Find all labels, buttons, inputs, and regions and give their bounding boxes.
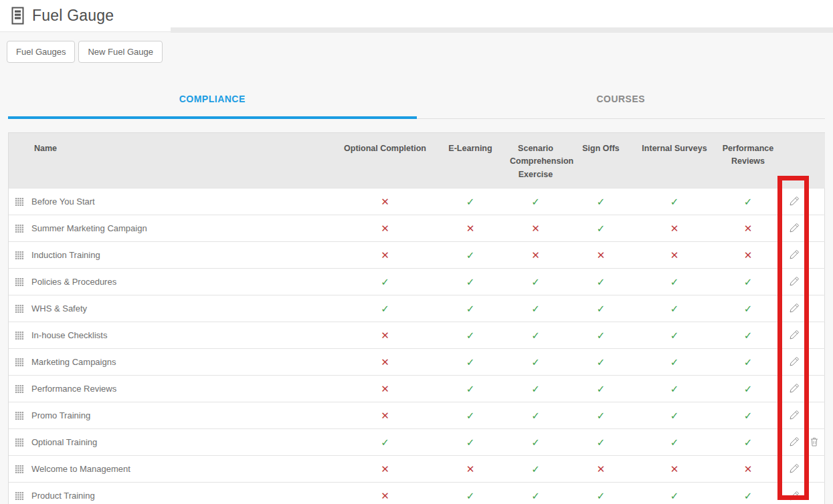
edit-cell (785, 322, 804, 349)
status-check-icon: ✓ (434, 322, 507, 349)
status-check-icon: ✓ (711, 295, 785, 322)
status-cross-icon: ✕ (638, 242, 711, 269)
status-cross-icon: ✕ (337, 402, 434, 429)
drag-handle-icon[interactable] (15, 332, 23, 340)
row-name-cell: Summer Marketing Campaign (9, 215, 337, 242)
page-title: Fuel Gauge (32, 7, 114, 25)
drag-handle-icon[interactable] (15, 465, 23, 473)
status-check-icon: ✓ (638, 349, 711, 376)
drag-handle-icon[interactable] (15, 358, 23, 366)
status-check-icon: ✓ (507, 376, 564, 402)
status-cross-icon: ✕ (337, 349, 434, 376)
edit-cell (785, 215, 804, 242)
tab-courses[interactable]: COURSES (417, 87, 826, 119)
status-cross-icon: ✕ (434, 456, 507, 483)
status-check-icon: ✓ (711, 349, 785, 376)
status-check-icon: ✓ (507, 188, 564, 215)
status-cross-icon: ✕ (564, 456, 638, 483)
edit-cell (785, 402, 804, 429)
row-name: Before You Start (31, 197, 95, 207)
table-row: Welcome to Management ✕✕✓✕✕✕ (9, 456, 825, 483)
status-cross-icon: ✕ (337, 456, 434, 483)
status-check-icon: ✓ (564, 269, 638, 295)
status-check-icon: ✓ (711, 322, 785, 349)
edit-pencil-icon[interactable] (788, 355, 801, 368)
drag-handle-icon[interactable] (15, 225, 23, 233)
table-row: In-house Checklists ✕✓✓✓✓✓ (9, 322, 825, 349)
row-name: Performance Reviews (31, 384, 116, 394)
status-cross-icon: ✕ (564, 242, 638, 269)
status-check-icon: ✓ (711, 188, 785, 215)
row-name-cell: Performance Reviews (9, 376, 337, 402)
row-name: Product Training (31, 491, 95, 501)
delete-cell (804, 376, 825, 402)
table-row: Before You Start ✕✓✓✓✓✓ (9, 188, 825, 215)
delete-trash-icon[interactable] (808, 435, 821, 449)
status-check-icon: ✓ (638, 429, 711, 456)
edit-cell (785, 456, 804, 483)
status-check-icon: ✓ (434, 269, 507, 295)
delete-cell (804, 242, 825, 269)
tab-bar: COMPLIANCE COURSES (8, 87, 825, 119)
status-cross-icon: ✕ (337, 376, 434, 402)
delete-cell (804, 429, 825, 456)
delete-cell (804, 269, 825, 295)
table-row: WHS & Safety ✓✓✓✓✓✓ (9, 295, 825, 322)
drag-handle-icon[interactable] (15, 492, 23, 500)
edit-pencil-icon[interactable] (788, 382, 801, 395)
drag-handle-icon[interactable] (15, 412, 23, 420)
column-header-internal-surveys: Internal Surveys (638, 133, 711, 188)
column-header-optional-completion: Optional Completion (337, 133, 434, 188)
column-header-edit (785, 133, 804, 188)
edit-pencil-icon[interactable] (788, 408, 801, 422)
column-header-e-learning: E-Learning (434, 133, 507, 188)
edit-pencil-icon[interactable] (788, 301, 801, 315)
edit-pencil-icon[interactable] (788, 195, 801, 208)
drag-handle-icon[interactable] (15, 305, 23, 313)
status-check-icon: ✓ (434, 349, 507, 376)
row-name-cell: Policies & Procedures (9, 269, 337, 295)
row-name: Welcome to Management (31, 464, 130, 474)
status-check-icon: ✓ (507, 349, 564, 376)
status-cross-icon: ✕ (337, 215, 434, 242)
edit-pencil-icon[interactable] (788, 462, 801, 475)
column-header-performance-reviews: Performance Reviews (711, 133, 785, 188)
edit-pencil-icon[interactable] (788, 435, 801, 449)
status-check-icon: ✓ (564, 215, 638, 242)
status-check-icon: ✓ (711, 402, 785, 429)
edit-cell (785, 295, 804, 322)
drag-handle-icon[interactable] (15, 438, 23, 447)
status-check-icon: ✓ (638, 483, 711, 504)
status-check-icon: ✓ (337, 269, 434, 295)
delete-cell (804, 349, 825, 376)
edit-pencil-icon[interactable] (788, 275, 801, 288)
column-header-sign-offs: Sign Offs (564, 133, 638, 188)
status-check-icon: ✓ (507, 269, 564, 295)
status-check-icon: ✓ (434, 376, 507, 402)
drag-handle-icon[interactable] (15, 278, 23, 286)
status-cross-icon: ✕ (434, 215, 507, 242)
status-check-icon: ✓ (507, 429, 564, 456)
drag-handle-icon[interactable] (15, 198, 23, 206)
row-name: WHS & Safety (31, 303, 87, 313)
edit-pencil-icon[interactable] (788, 221, 801, 235)
row-name-cell: Optional Training (9, 429, 337, 456)
drag-handle-icon[interactable] (15, 251, 23, 259)
row-name-cell: Product Training (9, 483, 337, 504)
edit-pencil-icon[interactable] (788, 248, 801, 261)
row-name: Summer Marketing Campaign (31, 223, 147, 233)
fuel-gauges-button[interactable]: Fuel Gauges (7, 41, 75, 63)
app-header: Fuel Gauge (0, 0, 833, 32)
status-cross-icon: ✕ (507, 242, 564, 269)
status-check-icon: ✓ (434, 242, 507, 269)
row-name-cell: Welcome to Management (9, 456, 337, 483)
column-header-delete (804, 133, 825, 188)
new-fuel-gauge-button[interactable]: New Fuel Gauge (78, 41, 163, 63)
tab-compliance[interactable]: COMPLIANCE (8, 87, 417, 119)
edit-pencil-icon[interactable] (788, 489, 801, 502)
edit-pencil-icon[interactable] (788, 328, 801, 342)
status-cross-icon: ✕ (507, 215, 564, 242)
drag-handle-icon[interactable] (15, 385, 23, 393)
status-check-icon: ✓ (434, 402, 507, 429)
status-check-icon: ✓ (711, 376, 785, 402)
